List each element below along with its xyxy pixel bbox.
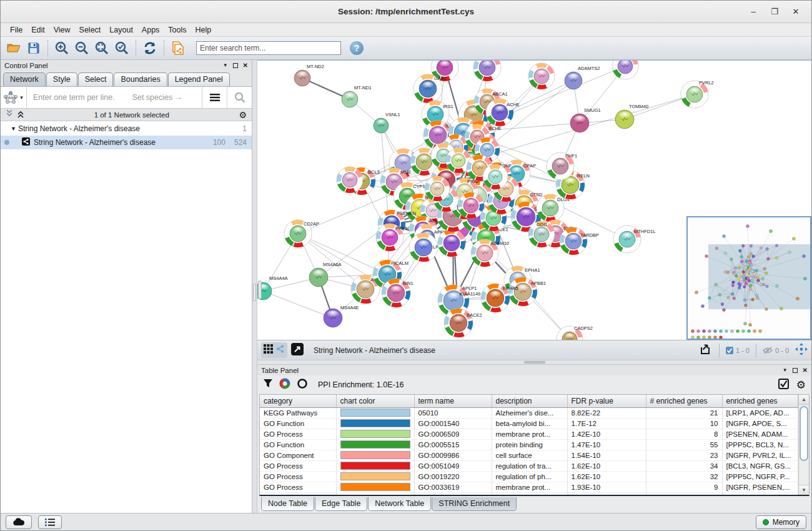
table-row[interactable]: GO ComponentGO:0009986cell surface1.54E-… [260,450,798,460]
network-node-MT-ND1[interactable]: MT-ND1 [342,85,372,107]
tab-boundaries[interactable]: Boundaries [114,72,167,86]
network-node-violet1[interactable] [438,229,465,257]
table-tab-edge-table[interactable]: Edge Table [315,497,367,511]
panel-menu-icon[interactable]: ▼ [223,62,228,68]
tab-legend-panel[interactable]: Legend Panel [168,72,230,86]
network-node-F12[interactable] [483,164,508,189]
string-logo-icon[interactable]: STRING ▼ [1,87,27,108]
string-search-icon[interactable] [227,87,252,108]
network-node-PPP5C[interactable]: PPP5C [376,224,411,251]
tab-network[interactable]: Network [3,72,46,86]
divider-grip[interactable] [253,284,256,301]
scrollbar-thumb[interactable] [800,406,808,461]
network-node-BIN1[interactable]: BIN1 [382,279,413,307]
column-header-chart-color[interactable]: chart color [336,395,414,407]
network-node-MS4A4A[interactable]: MS4A4A [257,275,288,300]
menu-item-file[interactable]: File [6,24,27,36]
table-row[interactable]: GO ProcessGO:0033619membrane prot...1.93… [260,482,798,492]
table-vertical-scrollbar[interactable]: ▲ ▼ [798,395,809,495]
ring-chart-icon[interactable] [297,378,308,392]
network-node-PVRL2[interactable]: PVRL2 [681,80,714,108]
network-node-BACE2[interactable]: BACE2 [444,309,482,337]
network-node-purTop2[interactable] [612,61,638,79]
table-tab-string-enrichment[interactable]: STRING Enrichment [432,497,517,511]
chart-settings-icon[interactable] [279,378,290,392]
network-node-APBB1[interactable]: APBB1 [508,277,546,306]
network-node-SMUG1[interactable]: SMUG1 [570,107,601,132]
export-network-icon[interactable] [699,342,713,359]
menu-item-select[interactable]: Select [75,24,106,36]
open-session-icon[interactable] [4,39,23,57]
scroll-up-icon[interactable]: ▲ [799,395,809,405]
select-rows-icon[interactable] [778,379,789,392]
network-node-CADPS2[interactable]: CADPS2 [557,325,593,340]
network-node-ADAMTS2[interactable]: ADAMTS2 [565,66,600,89]
column-header-category[interactable]: category [260,395,336,407]
network-panel-gear-icon[interactable]: ⚙ [239,111,247,119]
panel-close-icon[interactable]: ✕ [243,62,248,69]
network-node-F8[interactable] [458,192,484,219]
table-panel-float-icon[interactable] [793,368,798,373]
zoom-fit-icon[interactable] [92,39,111,57]
zoom-out-icon[interactable] [72,39,91,57]
save-session-icon[interactable] [24,39,43,57]
navigate-icon[interactable] [795,343,808,358]
network-node-MTHFD1L[interactable]: MTHFD1L [613,226,656,253]
menu-item-layout[interactable]: Layout [105,24,137,36]
scroll-down-icon[interactable]: ▼ [799,485,809,495]
tab-style[interactable]: Style [46,72,77,86]
panel-float-icon[interactable] [233,63,238,68]
string-view-icon[interactable] [275,344,285,356]
close-button[interactable]: ✕ [786,4,805,19]
table-tab-network-table[interactable]: Network Table [368,497,431,511]
network-node-TARDBP[interactable]: TARDBP [560,227,599,255]
collection-caret-icon[interactable]: ▼ [11,126,18,132]
table-header-row[interactable]: categorychart colorterm namedescriptionF… [260,395,798,407]
menu-item-apps[interactable]: Apps [137,24,164,36]
refresh-network-icon[interactable] [141,39,159,57]
memory-button[interactable]: Memory [756,515,806,529]
minimize-button[interactable]: – [744,4,763,19]
network-node-MS4A6A[interactable]: MS4A6A [309,262,342,287]
table-row[interactable]: GO ProcessGO:0019220regulation of ph...1… [260,471,798,482]
column-header-term-name[interactable]: term name [414,395,492,407]
network-node-pinkTop[interactable] [528,63,555,89]
network-node-MT-ND2[interactable]: MT-ND2 [294,64,324,86]
network-node-ACHE[interactable]: ACHE [486,99,520,126]
collapse-all-icon[interactable] [6,109,13,121]
maximize-button[interactable]: ❐ [765,4,784,19]
table-row[interactable]: GO ProcessGO:0006509membrane prot...1.42… [260,429,798,439]
birds-eye-view[interactable] [686,216,811,340]
canvas-side-grip[interactable] [258,280,262,299]
menu-item-view[interactable]: View [49,24,75,36]
network-collection-row[interactable]: ▼ String Network - Alzheimer's disease 1 [1,122,252,136]
menu-item-edit[interactable]: Edit [27,24,49,36]
table-panel-close-icon[interactable]: ✕ [803,367,808,374]
column-header-description[interactable]: description [492,395,567,407]
task-list-button[interactable] [38,515,62,529]
network-node-purTop[interactable] [473,61,501,81]
string-query-placeholder[interactable]: Enter one term per line. [33,93,115,102]
table-row[interactable]: GO FunctionGO:0005515protein binding1.47… [260,439,798,450]
set-species-label[interactable]: Set species → [132,93,183,102]
table-row[interactable]: GO FunctionGO:0001540beta-amyloid bi...1… [260,418,798,429]
string-options-icon[interactable] [202,87,227,108]
panel-divider[interactable] [252,60,257,513]
table-row[interactable]: GO ProcessGO:0051049regulation of tra...… [260,460,798,471]
network-node-GDI1[interactable]: GDI1 [528,221,555,247]
network-canvas[interactable]: MT-ND2MT-ND1VSNL1MS4A6AMS4A4AMS4A4EADAMT… [257,60,811,340]
network-node-F13[interactable] [425,176,450,201]
table-row[interactable]: KEGG Pathways05010Alzheimer's dise...8.8… [260,407,798,418]
detach-view-icon[interactable] [291,343,304,358]
copy-share-icon[interactable] [169,39,187,57]
network-row[interactable]: String Network - Alzheimer's disease 100… [1,136,252,149]
network-node-TOMM40[interactable]: TOMM40 [615,104,648,129]
cloud-button[interactable] [6,515,32,529]
network-node-ADAM10[interactable]: ADAM10 [471,239,509,267]
network-node-VSNL1[interactable]: VSNL1 [374,112,400,133]
horizontal-splitter[interactable] [257,360,811,365]
table-row[interactable]: GO ProcessGO:0050435beta-amyloid m...2.0… [260,492,798,496]
table-settings-gear-icon[interactable]: ⚙ [796,380,806,390]
column-header--enriched-genes[interactable]: # enriched genes [646,395,722,407]
filter-icon[interactable] [263,379,273,391]
